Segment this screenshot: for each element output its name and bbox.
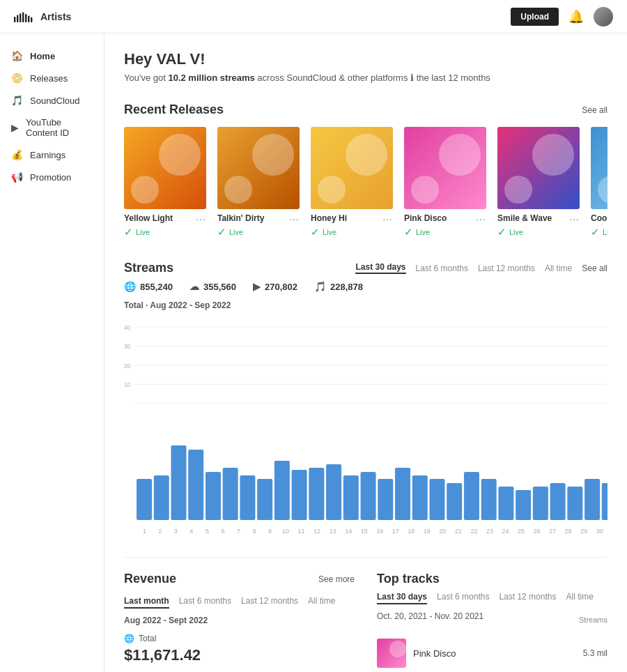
notifications-icon[interactable]: 🔔	[568, 9, 584, 24]
release-card-header: Talkin' Dirty···	[217, 213, 300, 224]
svg-rect-18	[171, 445, 186, 520]
release-thumbnail[interactable]	[404, 127, 486, 209]
release-options-menu[interactable]: ···	[569, 213, 580, 224]
release-name: Cool World	[591, 213, 607, 223]
revenue-tab-last-month[interactable]: Last month	[124, 596, 169, 609]
soundcloud-streams-icon: ☁	[189, 281, 199, 292]
live-label: Live	[136, 228, 150, 236]
chart-x-label: 21	[451, 528, 467, 535]
chart-x-label: 16	[372, 528, 388, 535]
recent-releases-header: Recent Releases See all	[124, 102, 607, 117]
release-options-menu[interactable]: ···	[382, 213, 393, 224]
streams-column-header: Streams	[579, 616, 607, 624]
streams-chart-svg: 40 30 20 10	[124, 316, 607, 427]
spotify-streams-icon: 🎵	[314, 281, 326, 292]
track-thumbnail[interactable]	[377, 639, 406, 668]
release-card: Cool World···✓Live	[591, 127, 607, 238]
revenue-period: Aug 2022 - Sept 2022	[124, 616, 355, 625]
sidebar-item-youtube[interactable]: ▶ YouTube Content ID	[0, 112, 104, 144]
svg-rect-26	[309, 468, 324, 520]
release-card: Talkin' Dirty···✓Live	[217, 127, 300, 238]
svg-rect-6	[31, 17, 32, 22]
svg-rect-34	[447, 483, 462, 520]
release-status: ✓Live	[124, 226, 206, 238]
nav-right: Upload 🔔	[511, 7, 613, 26]
chart-x-label: 3	[168, 528, 184, 535]
subtitle-post: the last 12 months	[417, 72, 490, 83]
live-label: Live	[323, 228, 336, 236]
revenue-see-more[interactable]: See more	[318, 574, 355, 584]
sidebar: 🏠 Home 📀 Releases 🎵 SoundCloud ▶ YouTube…	[0, 33, 104, 672]
chart-x-label: 28	[560, 528, 576, 535]
svg-rect-1	[17, 15, 18, 22]
svg-rect-29	[361, 472, 376, 520]
svg-rect-37	[498, 487, 513, 520]
revenue-total-label: Total	[139, 634, 156, 643]
release-thumbnail[interactable]	[311, 127, 393, 209]
chart-x-label: 8	[247, 528, 263, 535]
user-avatar[interactable]	[594, 7, 613, 26]
svg-rect-0	[14, 17, 15, 22]
svg-rect-23	[257, 479, 272, 520]
sidebar-item-earnings[interactable]: 💰 Earnings	[0, 144, 104, 166]
sidebar-item-releases[interactable]: 📀 Releases	[0, 67, 104, 89]
release-thumbnail[interactable]	[591, 127, 607, 209]
revenue-tab-12months[interactable]: Last 12 months	[241, 596, 298, 609]
release-card-header: Honey Hi···	[311, 213, 393, 224]
streams-see-all[interactable]: See all	[582, 264, 607, 273]
release-thumbnail[interactable]	[217, 127, 300, 209]
tracks-tab-30days[interactable]: Last 30 days	[377, 592, 427, 604]
page-greeting: Hey VAL V!	[124, 50, 607, 68]
release-card-header: Cool World···	[591, 213, 607, 224]
upload-button[interactable]: Upload	[511, 8, 559, 26]
release-options-menu[interactable]: ···	[196, 213, 206, 224]
bottom-section: Revenue See more Last month Last 6 month…	[124, 572, 607, 672]
svg-rect-5	[28, 15, 29, 22]
tracks-tab-6months[interactable]: Last 6 months	[437, 592, 489, 604]
svg-rect-30	[378, 479, 393, 520]
svg-rect-28	[343, 475, 359, 520]
streams-period: Total · Aug 2022 - Sep 2022	[124, 300, 607, 310]
recent-releases-see-all[interactable]: See all	[582, 105, 607, 115]
stream-spotify-value: 228,878	[330, 282, 363, 292]
release-status: ✓Live	[497, 226, 580, 238]
chart-x-label: 15	[356, 528, 372, 535]
svg-rect-16	[137, 479, 152, 520]
release-status: ✓Live	[591, 226, 607, 238]
live-label: Live	[603, 228, 607, 236]
release-options-menu[interactable]: ···	[289, 213, 300, 224]
filter-last-30-days[interactable]: Last 30 days	[355, 262, 405, 274]
release-name: Honey Hi	[311, 213, 347, 223]
nav-left: Artists	[14, 10, 71, 24]
revenue-header: Revenue See more	[124, 572, 355, 586]
filter-last-6-months[interactable]: Last 6 months	[416, 264, 468, 273]
svg-rect-22	[240, 475, 255, 520]
sidebar-item-promotion[interactable]: 📢 Promotion	[0, 166, 104, 188]
revenue-total-value: $11,671.42	[124, 646, 355, 664]
revenue-tab-all-time[interactable]: All time	[308, 596, 335, 609]
chart-x-label: 20	[435, 528, 451, 535]
tracks-tab-all-time[interactable]: All time	[566, 592, 593, 604]
filter-all-time[interactable]: All time	[545, 264, 572, 273]
revenue-tab-6months[interactable]: Last 6 months	[179, 596, 231, 609]
tracks-tab-12months[interactable]: Last 12 months	[499, 592, 556, 604]
track-name: Pink Disco	[413, 648, 576, 659]
sidebar-item-home[interactable]: 🏠 Home	[0, 45, 104, 67]
svg-rect-42	[585, 479, 600, 520]
stream-youtube-value: 270,802	[265, 282, 297, 292]
release-thumbnail[interactable]	[124, 127, 206, 209]
release-options-menu[interactable]: ···	[476, 213, 486, 224]
release-card: Pink Disco···✓Live	[404, 127, 486, 238]
sidebar-item-soundcloud[interactable]: 🎵 SoundCloud	[0, 89, 104, 112]
release-thumbnail[interactable]	[497, 127, 580, 209]
svg-rect-43	[602, 483, 607, 520]
live-check-icon: ✓	[497, 226, 506, 238]
subtitle-pre: You've got	[124, 72, 168, 83]
streams-filters: Last 30 days Last 6 months Last 12 month…	[355, 262, 572, 274]
svg-rect-24	[274, 461, 290, 520]
chart-x-label: 22	[466, 528, 482, 535]
globe-total-icon: 🌐	[124, 634, 134, 643]
filter-last-12-months[interactable]: Last 12 months	[478, 264, 535, 273]
streams-section: Streams Last 30 days Last 6 months Last …	[124, 261, 607, 535]
track-item: Pink Disco5.3 mil	[377, 634, 607, 672]
